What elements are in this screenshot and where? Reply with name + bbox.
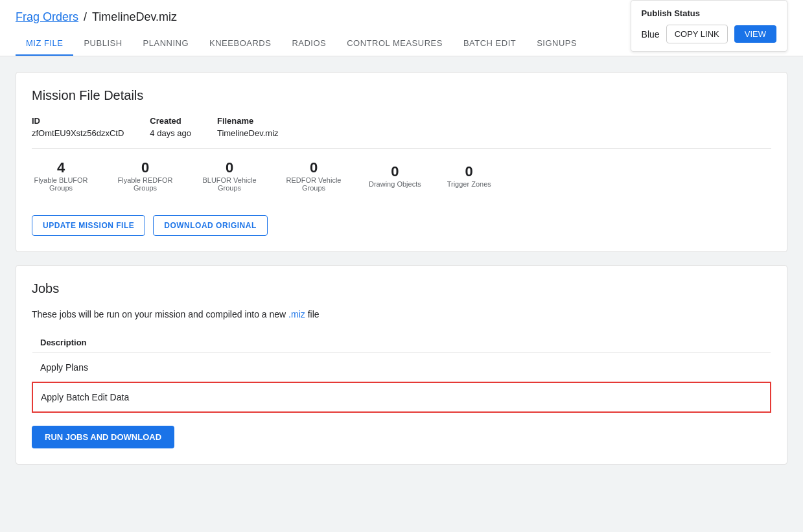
stat-label-5: Trigger Zones	[447, 180, 491, 188]
stat-label-3: REDFOR Vehicle Groups	[285, 176, 343, 192]
created-label: Created	[150, 116, 191, 126]
tab-batch-edit[interactable]: BATCH EDIT	[453, 32, 526, 56]
publish-color-label: Blue	[642, 29, 660, 40]
main-content: Mission File Details ID zfOmtEU9Xstz56dz…	[0, 56, 803, 480]
job-apply-plans: Apply Plans	[32, 353, 771, 383]
stat-number-5: 0	[465, 163, 473, 180]
tab-kneeboards[interactable]: KNEEBOARDS	[199, 32, 281, 56]
mission-file-card: Mission File Details ID zfOmtEU9Xstz56dz…	[16, 72, 787, 252]
jobs-desc-link: .miz	[288, 309, 305, 319]
jobs-table: Description Apply Plans Apply Batch Edit…	[32, 332, 771, 413]
stat-label-0: Flyable BLUFOR Groups	[32, 176, 90, 192]
id-label: ID	[32, 116, 124, 126]
stat-number-3: 0	[310, 159, 318, 176]
mission-details-grid: ID zfOmtEU9Xstz56dzxCtD Created 4 days a…	[32, 116, 771, 149]
stat-flyable-redfor: 0 Flyable REDFOR Groups	[116, 159, 174, 192]
stat-flyable-blufor: 4 Flyable BLUFOR Groups	[32, 159, 90, 192]
tab-signups[interactable]: SIGNUPS	[526, 32, 587, 56]
jobs-card: Jobs These jobs will be run on your miss…	[16, 265, 787, 465]
run-jobs-button[interactable]: RUN JOBS AND DOWNLOAD	[32, 426, 174, 448]
stat-label-4: Drawing Objects	[369, 180, 421, 188]
stat-redfor-vehicles: 0 REDFOR Vehicle Groups	[285, 159, 343, 192]
tab-planning[interactable]: PLANNING	[133, 32, 199, 56]
stat-number-1: 0	[141, 159, 149, 176]
publish-status-card: Publish Status Blue COPY LINK VIEW	[631, 0, 787, 52]
job-apply-batch-edit: Apply Batch Edit Data	[32, 382, 771, 412]
jobs-title: Jobs	[32, 281, 771, 296]
stat-label-2: BLUFOR Vehicle Groups	[200, 176, 259, 192]
detail-filename: Filename TimelineDev.miz	[217, 116, 279, 138]
tab-publish[interactable]: PUBLISH	[73, 32, 132, 56]
jobs-description: These jobs will be run on your mission a…	[32, 309, 771, 319]
stat-blufor-vehicles: 0 BLUFOR Vehicle Groups	[200, 159, 259, 192]
stat-number-4: 0	[391, 163, 399, 180]
stat-number-0: 4	[57, 159, 65, 176]
breadcrumb-separator: /	[84, 10, 87, 24]
stat-drawing-objects: 0 Drawing Objects	[369, 163, 421, 188]
tab-control-measures[interactable]: CONTROL MEASURES	[336, 32, 453, 56]
jobs-table-header: Description	[32, 332, 771, 353]
publish-status-row: Blue COPY LINK VIEW	[642, 25, 776, 43]
copy-link-button[interactable]: COPY LINK	[666, 25, 728, 43]
breadcrumb-current: TimelineDev.miz	[92, 10, 177, 24]
stat-label-1: Flyable REDFOR Groups	[116, 176, 174, 192]
detail-id: ID zfOmtEU9Xstz56dzxCtD	[32, 116, 124, 138]
table-row: Apply Batch Edit Data	[32, 382, 771, 412]
tab-radios[interactable]: RADIOS	[281, 32, 336, 56]
filename-label: Filename	[217, 116, 279, 126]
top-bar: Frag Orders / TimelineDev.miz Publish St…	[0, 0, 803, 56]
frag-orders-link[interactable]: Frag Orders	[16, 10, 78, 24]
stat-number-2: 0	[226, 159, 233, 176]
jobs-desc-part1: These jobs will be run on your mission a…	[32, 309, 286, 319]
stat-trigger-zones: 0 Trigger Zones	[447, 163, 491, 188]
publish-status-title: Publish Status	[642, 8, 776, 18]
stats-row: 4 Flyable BLUFOR Groups 0 Flyable REDFOR…	[32, 159, 771, 202]
update-mission-file-button[interactable]: UPDATE MISSION FILE	[32, 215, 145, 236]
view-button[interactable]: VIEW	[734, 25, 776, 43]
download-original-button[interactable]: DOWNLOAD ORIGINAL	[153, 215, 268, 236]
created-value: 4 days ago	[150, 128, 191, 138]
tab-miz-file[interactable]: MIZ FILE	[16, 32, 73, 56]
filename-value: TimelineDev.miz	[217, 128, 279, 138]
table-row: Apply Plans	[32, 353, 771, 383]
id-value: zfOmtEU9Xstz56dzxCtD	[32, 128, 124, 138]
jobs-desc-part2: file	[308, 309, 320, 319]
mission-buttons-row: UPDATE MISSION FILE DOWNLOAD ORIGINAL	[32, 215, 771, 236]
mission-file-title: Mission File Details	[32, 88, 771, 103]
detail-created: Created 4 days ago	[150, 116, 191, 138]
